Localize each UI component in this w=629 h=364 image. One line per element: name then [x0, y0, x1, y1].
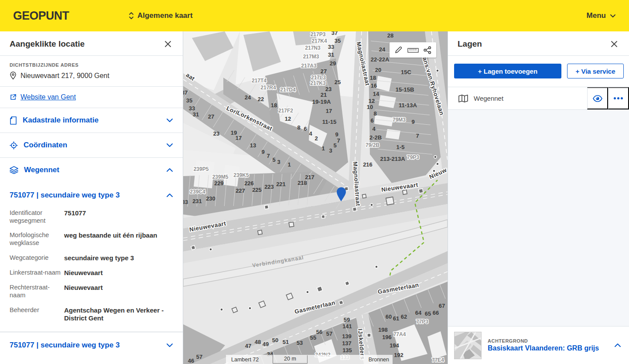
map-label: 217P3 — [311, 31, 326, 37]
map-label: 1 — [287, 161, 291, 168]
map-label: 7 — [416, 133, 419, 139]
map-label: 217F2 — [278, 108, 293, 114]
layer-options-icon[interactable] — [608, 87, 629, 109]
map-label: 20 — [375, 67, 381, 73]
utility-square-marker — [345, 281, 349, 286]
via-service-button[interactable]: + Via service — [567, 64, 624, 78]
map-label: 25 — [335, 79, 341, 85]
map-label: 217R4 — [260, 85, 276, 91]
close-icon[interactable] — [163, 39, 173, 49]
map-label: 66 — [433, 310, 439, 316]
ruler-icon[interactable] — [407, 46, 420, 54]
chevron-up-icon[interactable] — [614, 343, 621, 347]
map-label: 60 — [386, 313, 392, 320]
geopunt-logo[interactable]: GEOPUNT — [13, 9, 69, 23]
utility-square-marker — [191, 245, 195, 250]
map-viewport[interactable]: aatLorkLorkenstraatMagnoliastraatMagnoli… — [183, 31, 448, 364]
map-label: 213-213A — [380, 156, 405, 162]
map-label: 21 — [321, 92, 327, 98]
utility-square-marker — [386, 197, 394, 205]
map-label: 49 — [263, 341, 269, 347]
map-label: 62 — [401, 313, 407, 320]
pencil-icon[interactable] — [393, 45, 403, 55]
menu-button[interactable]: Menu — [587, 11, 616, 20]
projection-label: Lambert 72 — [231, 357, 259, 363]
map-label: 24 — [245, 94, 251, 101]
sources-link[interactable]: Bronnen — [369, 357, 389, 363]
map-label: 221 — [276, 181, 286, 187]
map-footer: Lambert 72 20 m Bronnen — [226, 355, 393, 364]
close-icon[interactable] — [609, 39, 619, 49]
map-label: 65 — [425, 310, 431, 317]
field-label: Linkerstraat-naam — [10, 269, 64, 277]
utility-square-marker — [352, 207, 356, 211]
map-label: 33 — [328, 44, 334, 50]
layers-icon — [10, 166, 18, 174]
visibility-eye-icon[interactable] — [587, 87, 608, 109]
map-label: 139 — [342, 333, 352, 340]
map-label: 194 — [390, 342, 399, 349]
map-label: 31 — [328, 51, 334, 58]
map-label: 4 — [372, 126, 376, 132]
layer-item[interactable]: Wegennet — [448, 87, 587, 109]
map-label: 79P3 — [407, 154, 419, 160]
chevron-up-icon — [166, 193, 173, 197]
map-label: 23 — [213, 130, 219, 137]
utility-square-marker — [317, 286, 323, 292]
map-label: 9 — [261, 149, 264, 155]
map-label: 217K3 — [310, 80, 326, 86]
map-label: 217K4 — [311, 38, 327, 44]
road-segment-heading[interactable]: 751077 | secundaire weg type 3 — [0, 182, 183, 206]
map-label: 223 — [264, 184, 274, 190]
map-label: 18 — [271, 102, 277, 109]
clicked-location-panel: Aangeklikte locatie DICHTSTBIJZIJNDE ADR… — [0, 31, 183, 364]
map-label: 51 — [283, 339, 289, 345]
map-label: 1-5 — [397, 144, 405, 150]
chevron-up-icon — [166, 168, 173, 172]
map-label: 56 — [316, 329, 322, 335]
document-icon — [10, 116, 17, 125]
point-marker — [370, 204, 373, 206]
section-coordinaten[interactable]: Coördinaten — [0, 133, 183, 158]
map-label: 6 — [304, 126, 307, 132]
field-label: Morfologische wegklasse — [10, 231, 64, 247]
field-value: Agentschap Wegen en Verkeer - District G… — [64, 306, 173, 323]
field-value: Nieuwevaart — [64, 269, 173, 277]
field-value: secundaire weg type 3 — [64, 254, 173, 262]
map-label: 230 — [206, 195, 215, 202]
share-icon[interactable] — [423, 45, 432, 55]
map-label: 225 — [252, 187, 262, 193]
utility-square-marker — [258, 230, 262, 235]
road-segment-heading-2[interactable]: 751077 | secundaire weg type 3 — [0, 332, 183, 356]
field-label: Identificator wegsegment — [10, 209, 64, 225]
map-label: 77P3 — [416, 319, 428, 325]
background-thumbnail[interactable] — [454, 332, 482, 359]
map-label: 137 — [342, 340, 352, 347]
map-label: 239K5 — [233, 172, 249, 178]
map-switcher[interactable]: Algemene kaart — [129, 11, 193, 20]
map-switcher-label: Algemene kaart — [137, 11, 193, 20]
updown-chevron-icon — [129, 12, 134, 20]
section-wegennet[interactable]: Wegennet — [0, 158, 183, 182]
map-label: 5 — [333, 142, 336, 149]
website-link[interactable]: Website van Gent — [21, 93, 76, 101]
map-label: 229 — [214, 180, 224, 187]
field-value: 751077 — [64, 209, 173, 225]
map-label: 1 — [321, 145, 325, 152]
utility-square-marker — [362, 194, 366, 198]
map-toolbar — [390, 42, 436, 58]
map-label: 217T4 — [252, 78, 267, 84]
map-label: 27 — [208, 113, 214, 120]
point-marker — [375, 265, 378, 268]
map-label: 196 — [382, 334, 392, 340]
point-marker — [436, 163, 439, 165]
section-kadastrale-informatie[interactable]: Kadastrale informatie — [0, 108, 183, 133]
map-label: 231 — [192, 198, 202, 204]
map-label: 239P5 — [194, 166, 209, 172]
background-name[interactable]: Basiskaart Vlaanderen: GRB grijs — [488, 344, 608, 352]
map-label: 3 — [329, 147, 332, 154]
add-layers-button[interactable]: + Lagen toevoegen — [454, 64, 561, 78]
external-link-icon — [10, 94, 17, 101]
utility-square-marker — [419, 189, 423, 193]
point-marker — [249, 307, 251, 310]
